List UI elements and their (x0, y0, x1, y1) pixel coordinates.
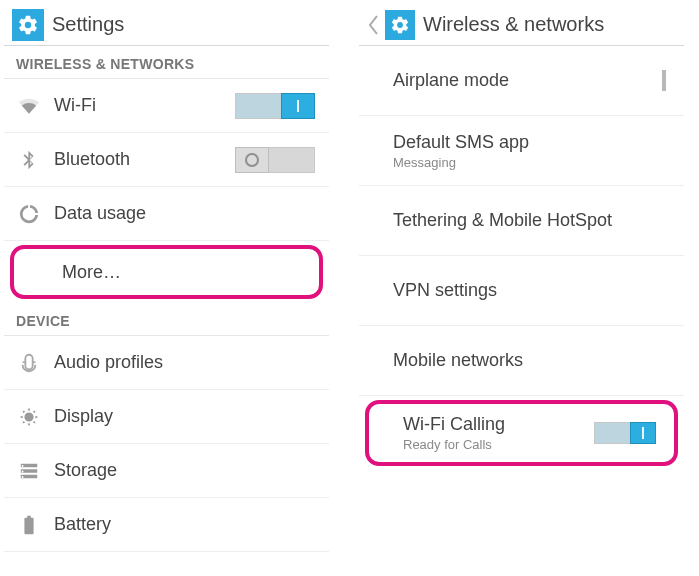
wireless-title: Wireless & networks (423, 13, 676, 36)
row-wifi-calling[interactable]: Wi-Fi Calling Ready for Calls (369, 404, 674, 462)
wireless-screen: Wireless & networks Airplane mode Defaul… (359, 4, 684, 572)
gear-icon (12, 9, 44, 41)
row-bluetooth[interactable]: Bluetooth (4, 133, 329, 187)
wireless-header: Wireless & networks (359, 4, 684, 46)
vpn-label: VPN settings (393, 280, 666, 301)
section-device: DEVICE (4, 303, 329, 336)
row-wifi[interactable]: Wi-Fi (4, 79, 329, 133)
more-label: More… (28, 262, 305, 283)
row-audio-profiles[interactable]: Audio profiles (4, 336, 329, 390)
wificall-sub: Ready for Calls (403, 437, 580, 452)
row-more[interactable]: More… (14, 249, 319, 295)
display-icon (18, 406, 40, 428)
airplane-label: Airplane mode (393, 70, 648, 91)
data-usage-label: Data usage (54, 203, 315, 224)
bluetooth-icon (18, 149, 40, 171)
battery-label: Battery (54, 514, 315, 535)
wifi-icon (18, 95, 40, 117)
row-tethering[interactable]: Tethering & Mobile HotSpot (359, 186, 684, 256)
wificall-label: Wi-Fi Calling (403, 414, 580, 435)
bluetooth-label: Bluetooth (54, 149, 221, 170)
settings-screen: Settings WIRELESS & NETWORKS Wi-Fi Bluet… (4, 4, 329, 572)
sms-sub: Messaging (393, 155, 666, 170)
highlight-more: More… (10, 245, 323, 299)
gear-icon (385, 10, 415, 40)
wifi-label: Wi-Fi (54, 95, 221, 116)
airplane-checkbox[interactable] (662, 70, 666, 91)
audio-profiles-icon (18, 352, 40, 374)
storage-icon (18, 460, 40, 482)
row-display[interactable]: Display (4, 390, 329, 444)
mobile-label: Mobile networks (393, 350, 666, 371)
settings-header: Settings (4, 4, 329, 46)
display-label: Display (54, 406, 315, 427)
storage-label: Storage (54, 460, 315, 481)
tether-label: Tethering & Mobile HotSpot (393, 210, 666, 231)
section-wireless: WIRELESS & NETWORKS (4, 46, 329, 79)
row-storage[interactable]: Storage (4, 444, 329, 498)
row-mobile-networks[interactable]: Mobile networks (359, 326, 684, 396)
row-data-usage[interactable]: Data usage (4, 187, 329, 241)
row-airplane-mode[interactable]: Airplane mode (359, 46, 684, 116)
wificall-toggle[interactable] (594, 422, 656, 444)
row-vpn[interactable]: VPN settings (359, 256, 684, 326)
battery-icon (18, 514, 40, 536)
settings-title: Settings (52, 13, 321, 36)
row-default-sms[interactable]: Default SMS app Messaging (359, 116, 684, 186)
sms-label: Default SMS app (393, 132, 666, 153)
wifi-toggle[interactable] (235, 93, 315, 119)
data-usage-icon (18, 203, 40, 225)
bluetooth-toggle[interactable] (235, 147, 315, 173)
back-icon[interactable] (367, 4, 381, 45)
row-battery[interactable]: Battery (4, 498, 329, 552)
audio-profiles-label: Audio profiles (54, 352, 315, 373)
highlight-wifi-calling: Wi-Fi Calling Ready for Calls (365, 400, 678, 466)
